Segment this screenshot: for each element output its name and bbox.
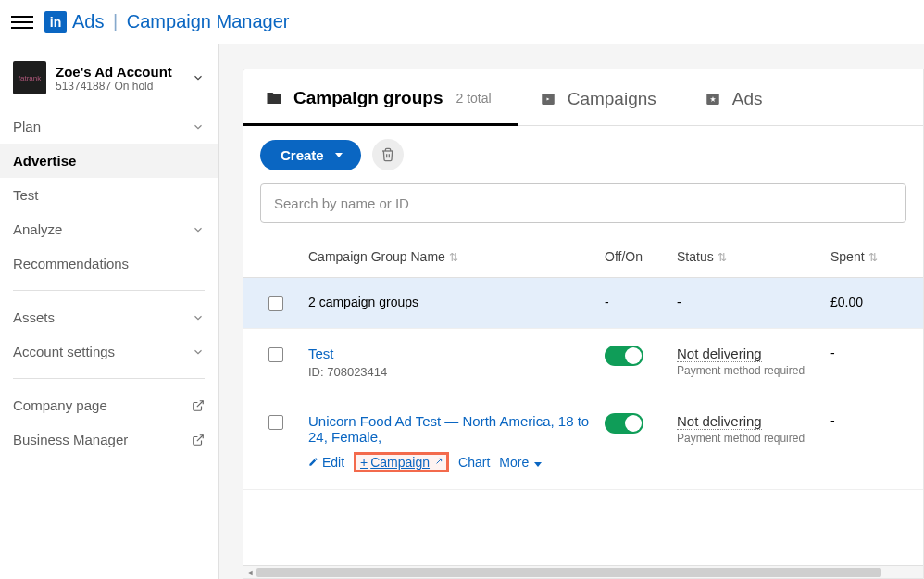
chevron-down-icon — [192, 120, 205, 133]
col-status[interactable]: Status⇅ — [677, 249, 830, 264]
sidebar-item-test[interactable]: Test — [0, 178, 218, 212]
external-link-icon — [192, 434, 205, 447]
status-subtext: Payment method required — [677, 432, 830, 445]
campaign-group-name[interactable]: Unicorn Food Ad Test — North America, 18… — [308, 413, 595, 445]
external-link-icon — [432, 458, 443, 468]
status-subtext: Payment method required — [677, 364, 830, 377]
linkedin-logo-icon[interactable]: in — [44, 11, 67, 33]
tab-count: 2 total — [456, 91, 492, 106]
ads-icon — [703, 91, 723, 107]
folder-icon — [264, 90, 284, 107]
toolbar: Create — [243, 126, 923, 183]
sort-icon: ⇅ — [868, 251, 878, 264]
campaign-icon — [538, 91, 558, 107]
sidebar-item-label: Account settings — [13, 344, 115, 359]
campaign-group-id: ID: 708023414 — [308, 365, 595, 379]
search-wrapper — [243, 183, 923, 236]
row-checkbox[interactable] — [268, 347, 283, 362]
sidebar-item-label: Advertise — [13, 153, 76, 169]
spent-value: - — [830, 413, 903, 428]
sidebar-item-label: Analyze — [13, 221, 62, 237]
sidebar-item-label: Recommendations — [13, 256, 129, 271]
search-input[interactable] — [260, 183, 906, 223]
add-campaign-action[interactable]: + Campaign — [360, 455, 443, 470]
external-link-icon — [192, 399, 205, 412]
status-text: Not delivering — [677, 346, 762, 362]
sidebar-item-label: Business Manager — [13, 432, 128, 447]
spent-value: - — [830, 346, 903, 360]
sort-icon: ⇅ — [718, 251, 727, 264]
summary-text: 2 campaign groups — [308, 295, 605, 309]
scroll-left-arrow-icon[interactable]: ◄ — [245, 568, 255, 577]
svg-line-1 — [197, 434, 203, 440]
panel: Campaign groups 2 total Campaigns Ads — [243, 69, 924, 579]
summary-spent: £0.00 — [830, 295, 903, 309]
on-off-toggle[interactable] — [605, 346, 643, 366]
horizontal-scrollbar[interactable]: ◄ — [243, 565, 923, 578]
brand-ads: Ads — [72, 11, 104, 31]
add-campaign-highlight: + Campaign — [354, 452, 449, 472]
tab-label: Ads — [732, 89, 763, 109]
tab-campaign-groups[interactable]: Campaign groups 2 total — [243, 69, 518, 126]
status-text: Not delivering — [677, 413, 762, 430]
sidebar-item-business-manager[interactable]: Business Manager — [0, 422, 218, 457]
select-all-checkbox[interactable] — [268, 296, 283, 311]
account-switcher[interactable]: fatrank Zoe's Ad Account 513741887 On ho… — [0, 52, 218, 109]
sidebar: fatrank Zoe's Ad Account 513741887 On ho… — [0, 44, 219, 579]
row-checkbox[interactable] — [268, 415, 283, 430]
sidebar-item-advertise[interactable]: Advertise — [0, 144, 218, 178]
sidebar-item-label: Company page — [13, 397, 107, 413]
svg-line-0 — [197, 400, 203, 406]
entity-tabs: Campaign groups 2 total Campaigns Ads — [243, 69, 923, 126]
campaign-group-name[interactable]: Test — [308, 346, 595, 361]
on-off-toggle[interactable] — [605, 413, 643, 434]
summary-row: 2 campaign groups - - £0.00 — [243, 278, 923, 329]
sidebar-item-plan[interactable]: Plan — [0, 109, 218, 144]
chevron-down-icon — [192, 311, 205, 324]
brand-campaign-manager: Campaign Manager — [127, 11, 290, 31]
hamburger-menu-icon[interactable] — [11, 11, 33, 33]
table-header: Campaign Group Name⇅ Off/On Status⇅ Spen… — [243, 236, 923, 278]
brand-title: Ads | Campaign Manager — [72, 11, 289, 32]
trash-icon — [381, 147, 395, 162]
account-sub: 513741887 On hold — [56, 80, 172, 93]
account-name: Zoe's Ad Account — [56, 64, 172, 80]
delete-button[interactable] — [372, 139, 404, 170]
pencil-icon — [308, 457, 318, 467]
sidebar-item-recommendations[interactable]: Recommendations — [0, 246, 218, 281]
summary-off: - — [605, 295, 677, 309]
sidebar-item-analyze[interactable]: Analyze — [0, 212, 218, 246]
sidebar-item-label: Test — [13, 187, 39, 203]
create-button[interactable]: Create — [260, 140, 361, 170]
tab-campaigns[interactable]: Campaigns — [518, 69, 682, 125]
table-row: Unicorn Food Ad Test — North America, 18… — [243, 396, 923, 490]
svg-line-6 — [437, 459, 442, 463]
main-content: Campaign groups 2 total Campaigns Ads — [219, 44, 924, 579]
chevron-down-icon — [192, 71, 205, 84]
table-row: Test ID: 708023414 Not delivering Paymen… — [243, 329, 923, 396]
more-action[interactable]: More — [499, 455, 542, 470]
chevron-down-icon — [192, 223, 205, 236]
row-actions: Edit + Campaign Chart More — [308, 452, 595, 472]
summary-status: - — [677, 295, 830, 309]
top-bar: in Ads | Campaign Manager — [0, 0, 924, 44]
sidebar-item-label: Plan — [13, 119, 41, 134]
chart-action[interactable]: Chart — [458, 455, 490, 470]
sort-icon: ⇅ — [449, 251, 458, 264]
sidebar-item-company-page[interactable]: Company page — [0, 388, 218, 422]
chevron-down-icon — [192, 346, 205, 359]
sidebar-item-label: Assets — [13, 309, 55, 325]
col-spent[interactable]: Spent⇅ — [830, 249, 903, 264]
col-name[interactable]: Campaign Group Name⇅ — [308, 249, 605, 264]
tab-label: Campaign groups — [293, 88, 443, 108]
sidebar-item-assets[interactable]: Assets — [0, 300, 218, 334]
account-thumbnail: fatrank — [13, 61, 46, 94]
tab-label: Campaigns — [568, 89, 656, 109]
sidebar-item-account-settings[interactable]: Account settings — [0, 334, 218, 369]
tab-ads[interactable]: Ads — [682, 69, 789, 125]
caret-down-icon — [534, 462, 542, 467]
edit-action[interactable]: Edit — [308, 455, 344, 470]
col-off-on: Off/On — [605, 249, 677, 264]
scroll-thumb[interactable] — [256, 568, 881, 577]
